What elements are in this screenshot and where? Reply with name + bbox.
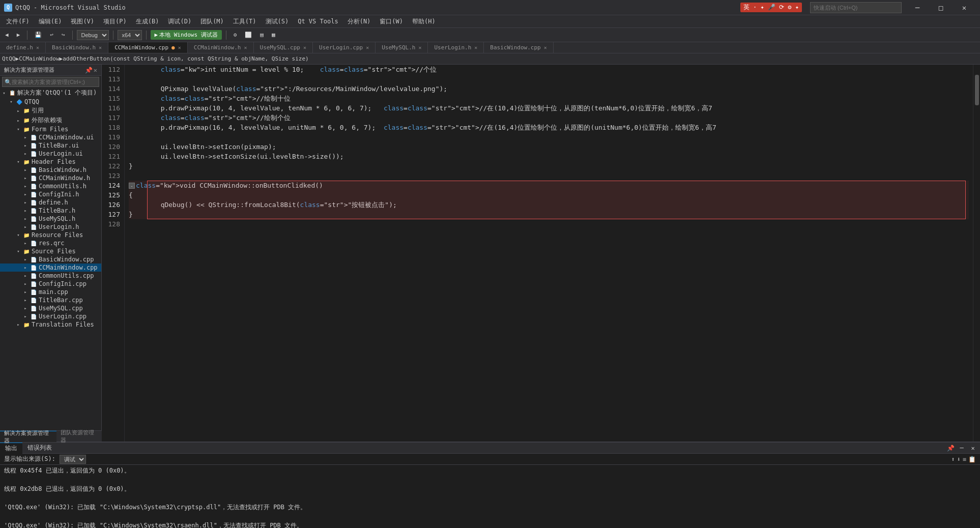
- toolbar-extra-4[interactable]: ▦: [269, 30, 278, 41]
- tree-item-sourcefiles[interactable]: ▾ 📁 Source Files: [0, 247, 101, 255]
- tree-item-basicwindow_h[interactable]: ▸ 📄 BasicWindow.h: [0, 166, 101, 174]
- tree-item-ccmainwindow_ui[interactable]: ▸ 📄 CCMainWindow.ui: [0, 133, 101, 141]
- bottom-close-button[interactable]: ✕: [968, 443, 978, 453]
- tree-item-titlebar_cpp[interactable]: ▸ 📄 TitleBar.cpp: [0, 296, 101, 304]
- output-btn-2[interactable]: ⬇: [957, 456, 961, 463]
- tab-CCMainWindowcpp[interactable]: CCMainWindow.cpp●✕: [108, 42, 188, 53]
- tree-item-usemysql_h[interactable]: ▸ 📄 UseMySQL.h: [0, 215, 101, 223]
- tree-label: res.qrc: [39, 240, 65, 247]
- tree-icon: 📄: [30, 314, 38, 319]
- tab-close-icon[interactable]: ✕: [244, 45, 247, 50]
- toolbar-extra-1[interactable]: ⚙: [230, 30, 240, 41]
- menu-item-W[interactable]: 窗口(W): [376, 15, 407, 28]
- output-btn-3[interactable]: ≡: [963, 456, 966, 463]
- tab-BasicWindowcpp[interactable]: BasicWindow.cpp✕: [484, 42, 553, 53]
- tree-item-resourcefiles[interactable]: ▾ 📁 Resource Files: [0, 231, 101, 239]
- tree-item-titlebar_ui[interactable]: ▸ 📄 TitleBar.ui: [0, 141, 101, 150]
- tab-close-icon[interactable]: ✕: [418, 45, 421, 50]
- tab-close-icon[interactable]: ✕: [474, 45, 477, 50]
- toolbar-save[interactable]: 💾: [32, 30, 45, 41]
- menu-item-E[interactable]: 编辑(E): [35, 15, 66, 28]
- sidebar-pin-button[interactable]: 📌: [85, 67, 93, 74]
- tree-item-qtqq[interactable]: ▾ 🔷 QTQQ: [0, 98, 101, 106]
- tree-item-headerfiles[interactable]: ▾ 📁 Header Files: [0, 158, 101, 166]
- tree-item-usemysql_cpp[interactable]: ▸ 📄 UseMySQL.cpp: [0, 304, 101, 312]
- output-source-select[interactable]: 调试: [60, 455, 86, 464]
- toolbar-back[interactable]: ◀: [2, 30, 12, 41]
- tree-item-basicwindow_cpp[interactable]: ▸ 📄 BasicWindow.cpp: [0, 255, 101, 263]
- tree-item-refs[interactable]: ▸ 📁 引用: [0, 106, 101, 115]
- menu-item-N[interactable]: 分析(N): [343, 15, 375, 28]
- menu-item-H[interactable]: 帮助(H): [408, 15, 440, 28]
- tab-UseMySQLh[interactable]: UseMySQL.h✕: [376, 42, 428, 53]
- tree-item-extdeps[interactable]: ▸ 📁 外部依赖项: [0, 115, 101, 125]
- menu-item-T[interactable]: 工具(T): [229, 15, 261, 28]
- output-btn-4[interactable]: 📋: [968, 456, 976, 463]
- tree-item-titlebar_h[interactable]: ▸ 📄 TitleBar.h: [0, 207, 101, 215]
- tree-item-translationfiles[interactable]: ▸ 📁 Translation Files: [0, 320, 101, 329]
- tree-item-res_qrc[interactable]: ▸ 📄 res.qrc: [0, 239, 101, 247]
- tab-CCMainWindowh[interactable]: CCMainWindow.h✕: [188, 42, 254, 53]
- sougou-input[interactable]: 英 · ✦ 🎤 ⟳ ⚙ ✦: [740, 3, 802, 12]
- tab-close-icon[interactable]: ✕: [544, 45, 547, 50]
- bottom-minimize-button[interactable]: ─: [957, 443, 967, 453]
- tab-close-icon[interactable]: ✕: [303, 45, 306, 50]
- tab-UserLoginh[interactable]: UserLogin.h✕: [428, 42, 484, 53]
- tab-defineh[interactable]: define.h✕: [0, 42, 46, 53]
- bottom-pin-button[interactable]: 📌: [945, 443, 956, 453]
- tab-UserLogincpp[interactable]: UserLogin.cpp✕: [313, 42, 376, 53]
- quick-launch-input[interactable]: [810, 2, 902, 13]
- menu-item-S[interactable]: 测试(S): [262, 15, 293, 28]
- tree-item-solution[interactable]: ▾ 📋 解决方案'QtQQ'(1 个项目): [0, 88, 101, 98]
- toolbar-extra-2[interactable]: ⬜: [242, 30, 255, 41]
- code-content[interactable]: class="kw">int unitNum = level % 10; cla…: [125, 65, 973, 442]
- tab-close-icon[interactable]: ✕: [366, 45, 369, 50]
- tree-item-configini_cpp[interactable]: ▸ 📄 ConfigIni.cpp: [0, 280, 101, 288]
- sidebar-search-box[interactable]: 🔍: [2, 77, 99, 87]
- tree-item-commonutils_h[interactable]: ▸ 📄 CommonUtils.h: [0, 182, 101, 190]
- close-button[interactable]: ✕: [953, 0, 976, 15]
- restore-button[interactable]: □: [929, 0, 953, 15]
- tab-close-icon[interactable]: ✕: [99, 45, 102, 50]
- line-num-112: 112: [104, 65, 120, 74]
- platform-select[interactable]: x64: [118, 30, 142, 40]
- output-btn-1[interactable]: ⬆: [951, 456, 955, 463]
- tab-UseMySQLcpp[interactable]: UseMySQL.cpp✕: [254, 42, 313, 53]
- editor-vscroll[interactable]: [973, 65, 980, 442]
- toolbar-forward[interactable]: ▶: [14, 30, 23, 41]
- tree-arrow: ▸: [21, 257, 30, 262]
- tab-close-icon[interactable]: ✕: [36, 45, 39, 50]
- sidebar-close-button[interactable]: ✕: [94, 67, 97, 74]
- vscroll-thumb[interactable]: [975, 75, 979, 105]
- tree-item-userlogin_cpp[interactable]: ▸ 📄 UserLogin.cpp: [0, 312, 101, 320]
- tree-item-configini_h[interactable]: ▸ 📄 ConfigIni.h: [0, 190, 101, 198]
- tree-item-ccmainwindow_cpp[interactable]: ▸ 📄 CCMainWindow.cpp: [0, 263, 101, 272]
- tree-item-main_cpp[interactable]: ▸ 📄 main.cpp: [0, 288, 101, 296]
- menu-item-P[interactable]: 项目(P): [99, 15, 131, 28]
- debug-mode-select[interactable]: Debug: [77, 30, 109, 40]
- run-debugger-button[interactable]: ▶ 本地 Windows 调试器: [151, 30, 222, 40]
- tab-close-icon[interactable]: ✕: [178, 45, 181, 50]
- sidebar-search-input[interactable]: [12, 79, 97, 85]
- menu-item-D[interactable]: 调试(D): [164, 15, 195, 28]
- menu-item-QtVSTools[interactable]: Qt VS Tools: [294, 15, 342, 28]
- menu-item-B[interactable]: 生成(B): [132, 15, 163, 28]
- minimize-button[interactable]: ─: [906, 0, 929, 15]
- menu-item-F[interactable]: 文件(F): [2, 15, 34, 28]
- menu-item-M[interactable]: 团队(M): [196, 15, 228, 28]
- toolbar-undo[interactable]: ↩: [47, 30, 56, 41]
- tree-item-formfiles[interactable]: ▾ 📁 Form Files: [0, 125, 101, 133]
- menu-item-V[interactable]: 视图(V): [67, 15, 98, 28]
- tree-item-commonutils_cpp[interactable]: ▸ 📄 CommonUtils.cpp: [0, 272, 101, 280]
- tree-item-define_h[interactable]: ▸ 📄 define.h: [0, 198, 101, 207]
- tree-item-userlogin_ui[interactable]: ▸ 📄 UserLogin.ui: [0, 150, 101, 158]
- sidebar-tab-solution[interactable]: 解决方案资源管理器: [0, 431, 56, 442]
- toolbar-redo[interactable]: ↪: [59, 30, 68, 41]
- toolbar-extra-3[interactable]: ▤: [257, 30, 267, 41]
- sidebar-tab-team[interactable]: 团队资源管理器: [56, 431, 102, 442]
- tree-item-userlogin_h[interactable]: ▸ 📄 UserLogin.h: [0, 223, 101, 231]
- collapse-button[interactable]: -: [129, 183, 135, 189]
- tab-BasicWindowh[interactable]: BasicWindow.h✕: [46, 42, 108, 53]
- tree-item-ccmainwindow_h[interactable]: ▸ 📄 CCMainWindow.h: [0, 174, 101, 182]
- top-right-toolbar: 英 · ✦ 🎤 ⟳ ⚙ ✦: [736, 3, 806, 12]
